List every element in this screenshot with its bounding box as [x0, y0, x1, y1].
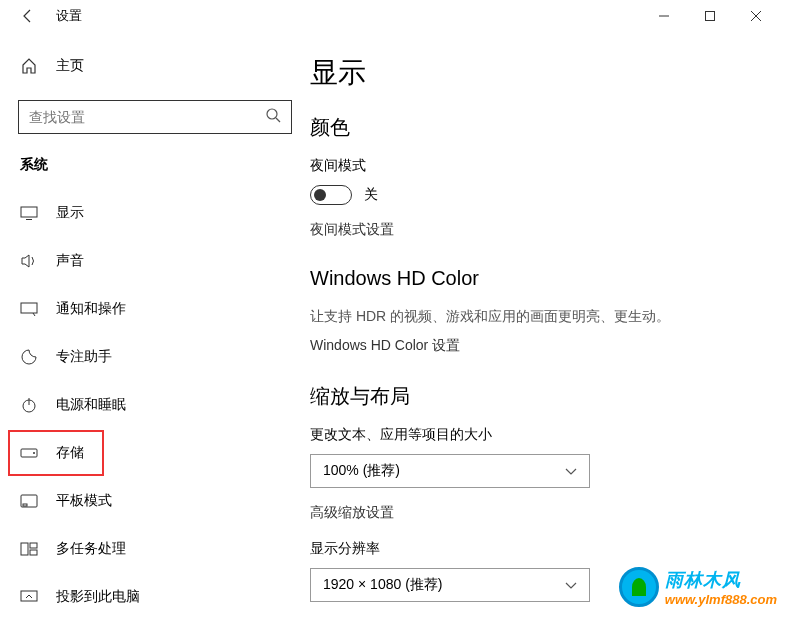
sidebar-item-tablet[interactable]: 平板模式 — [18, 478, 292, 524]
sidebar-item-label: 平板模式 — [56, 492, 112, 510]
sidebar-section-header: 系统 — [18, 156, 292, 174]
home-icon — [20, 57, 38, 75]
svg-rect-4 — [21, 207, 37, 217]
maximize-icon — [704, 10, 716, 22]
svg-rect-15 — [30, 550, 37, 555]
sidebar-item-focus[interactable]: 专注助手 — [18, 334, 292, 380]
svg-rect-12 — [23, 504, 27, 506]
sidebar-item-notification[interactable]: 通知和操作 — [18, 286, 292, 332]
sidebar-item-label: 通知和操作 — [56, 300, 126, 318]
display-icon — [20, 206, 38, 220]
notification-icon — [20, 302, 38, 316]
night-mode-settings-link[interactable]: 夜间模式设置 — [310, 221, 757, 239]
window-title: 设置 — [56, 7, 82, 25]
watermark-cn: 雨林木风 — [665, 568, 777, 592]
sidebar-item-label: 投影到此电脑 — [56, 588, 140, 606]
hd-color-heading: Windows HD Color — [310, 267, 757, 290]
window-controls — [641, 0, 779, 32]
minimize-icon — [658, 10, 670, 22]
sidebar-item-sound[interactable]: 声音 — [18, 238, 292, 284]
scale-dropdown[interactable]: 100% (推荐) — [310, 454, 590, 488]
scale-value: 100% (推荐) — [323, 462, 565, 480]
close-icon — [750, 10, 762, 22]
content-area: 主页 系统 显示 声音 通知和操作 专注助手 — [0, 32, 787, 625]
watermark-text: 雨林木风 www.ylmf888.com — [665, 568, 777, 607]
sidebar-item-label: 电源和睡眠 — [56, 396, 126, 414]
svg-point-10 — [33, 452, 35, 454]
back-button[interactable] — [8, 0, 48, 32]
sidebar-item-storage[interactable]: 存储 — [8, 430, 104, 476]
svg-point-2 — [267, 109, 277, 119]
svg-rect-16 — [21, 591, 37, 601]
back-arrow-icon — [20, 8, 36, 24]
chevron-down-icon — [565, 576, 577, 594]
toggle-knob — [314, 189, 326, 201]
night-mode-label: 夜间模式 — [310, 157, 757, 175]
sidebar-item-label: 存储 — [56, 444, 84, 462]
sidebar-item-display[interactable]: 显示 — [18, 190, 292, 236]
night-mode-toggle[interactable] — [310, 185, 352, 205]
watermark-url: www.ylmf888.com — [665, 592, 777, 607]
sidebar-item-project[interactable]: 投影到此电脑 — [18, 574, 292, 620]
sound-icon — [20, 253, 38, 269]
home-label: 主页 — [56, 57, 84, 75]
scale-label: 更改文本、应用等项目的大小 — [310, 426, 757, 444]
search-input[interactable] — [29, 109, 265, 125]
sidebar-item-label: 专注助手 — [56, 348, 112, 366]
sidebar-item-power[interactable]: 电源和睡眠 — [18, 382, 292, 428]
hd-color-description: 让支持 HDR 的视频、游戏和应用的画面更明亮、更生动。 — [310, 306, 757, 327]
svg-rect-1 — [706, 12, 715, 21]
maximize-button[interactable] — [687, 0, 733, 32]
svg-rect-6 — [21, 303, 37, 313]
search-box[interactable] — [18, 100, 292, 134]
chevron-down-icon — [565, 462, 577, 480]
scale-heading: 缩放与布局 — [310, 383, 757, 410]
hd-color-settings-link[interactable]: Windows HD Color 设置 — [310, 337, 757, 355]
minimize-button[interactable] — [641, 0, 687, 32]
svg-line-3 — [276, 118, 280, 122]
resolution-label: 显示分辨率 — [310, 540, 757, 558]
power-icon — [20, 396, 38, 414]
sidebar-item-label: 多任务处理 — [56, 540, 126, 558]
sidebar-item-label: 显示 — [56, 204, 84, 222]
focus-icon — [20, 348, 38, 366]
sidebar-item-multitask[interactable]: 多任务处理 — [18, 526, 292, 572]
project-icon — [20, 590, 38, 604]
resolution-value: 1920 × 1080 (推荐) — [323, 576, 565, 594]
watermark: 雨林木风 www.ylmf888.com — [619, 567, 777, 607]
watermark-logo-icon — [619, 567, 659, 607]
toggle-state-text: 关 — [364, 186, 378, 204]
close-button[interactable] — [733, 0, 779, 32]
storage-icon — [20, 448, 38, 458]
main-panel: 显示 颜色 夜间模式 关 夜间模式设置 Windows HD Color 让支持… — [310, 32, 787, 625]
sidebar: 主页 系统 显示 声音 通知和操作 专注助手 — [0, 32, 310, 625]
titlebar: 设置 — [0, 0, 787, 32]
color-heading: 颜色 — [310, 114, 757, 141]
advanced-scale-link[interactable]: 高级缩放设置 — [310, 504, 757, 522]
sidebar-home[interactable]: 主页 — [18, 44, 292, 88]
resolution-dropdown[interactable]: 1920 × 1080 (推荐) — [310, 568, 590, 602]
sidebar-item-label: 声音 — [56, 252, 84, 270]
page-title: 显示 — [310, 54, 757, 92]
search-icon — [265, 107, 281, 127]
svg-rect-14 — [30, 543, 37, 548]
multitask-icon — [20, 542, 38, 556]
svg-rect-13 — [21, 543, 28, 555]
tablet-icon — [20, 494, 38, 508]
night-mode-toggle-row: 关 — [310, 185, 757, 205]
